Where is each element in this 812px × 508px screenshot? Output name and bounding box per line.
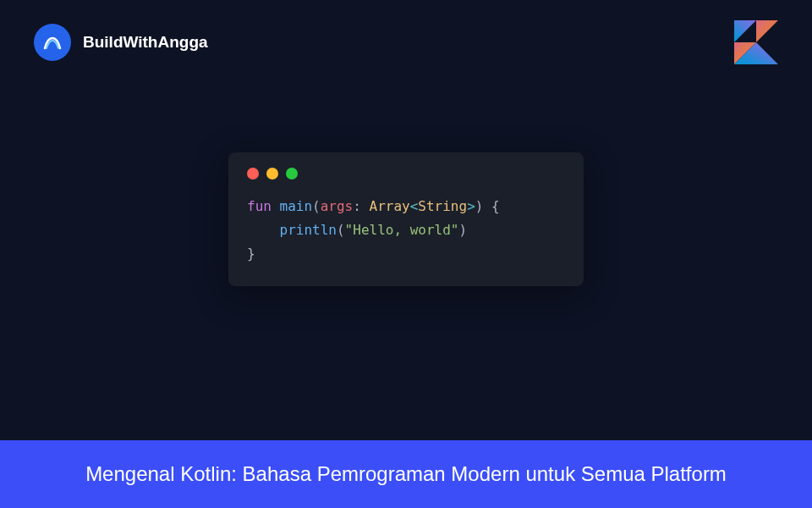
code-punct: ( [337, 222, 345, 238]
code-generic: String [418, 198, 467, 214]
minimize-icon [266, 168, 278, 179]
code-punct: ) [475, 198, 484, 214]
code-punct: ) [458, 222, 467, 238]
article-title: Mengenal Kotlin: Bahasa Pemrograman Mode… [85, 462, 727, 486]
header: BuildWithAngga [0, 0, 812, 85]
code-punct: : [353, 198, 369, 214]
footer-banner: Mengenal Kotlin: Bahasa Pemrograman Mode… [0, 440, 812, 508]
code-function: println [280, 222, 337, 238]
code-param: args [321, 198, 354, 214]
code-string: "Hello, world" [345, 222, 459, 238]
code-window: fun main(args: Array<String>) { println(… [228, 152, 584, 286]
code-brace: } [247, 246, 255, 262]
code-angle: < [410, 198, 419, 214]
code-indent [247, 222, 280, 238]
close-icon [247, 168, 259, 179]
kotlin-logo-icon [734, 20, 778, 64]
code-brace: { [483, 198, 499, 214]
svg-marker-0 [734, 20, 756, 42]
brand: BuildWithAngga [34, 24, 208, 61]
code-function: main [280, 198, 313, 214]
brand-name: BuildWithAngga [83, 33, 208, 52]
code-type: Array [370, 198, 410, 214]
maximize-icon [286, 168, 298, 179]
code-content: fun main(args: Array<String>) { println(… [247, 195, 565, 266]
code-angle: > [467, 198, 475, 214]
brand-logo-icon [34, 24, 71, 61]
code-keyword: fun [247, 198, 272, 214]
window-controls [247, 168, 565, 179]
code-punct: ( [312, 198, 321, 214]
